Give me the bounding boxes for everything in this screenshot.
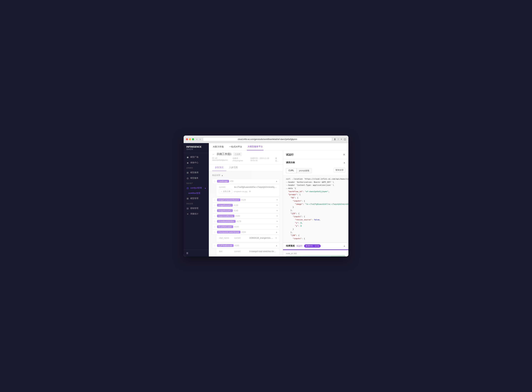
sidebar-item-comfyui[interactable]: ⊡ comfyUI管理 ▲ [184, 185, 209, 191]
results-section: 结果预览 试运行 推理时长：12.6s ▲ node_id: 202 [283, 243, 348, 257]
try-run-button[interactable]: 试运行 [296, 245, 303, 247]
logo-sub: 无问芯穹 [186, 148, 206, 150]
call-section-header[interactable]: 调用示例 ▲ [283, 159, 348, 166]
browser-chrome: ‹ › cloud.infini-ai.com/genstudio/workfl… [184, 135, 348, 143]
sidebar-item-model-square[interactable]: ◉ 模型广场 [184, 154, 209, 160]
node-grow-mask: | – GrowMaskWithBlur #178 ▾ [212, 219, 280, 224]
svg-rect-0 [301, 256, 331, 257]
workflow-title-row: ← 示例工作流1 已启用 [212, 153, 280, 156]
time-badge: 推理时长：12.6s [304, 244, 321, 247]
tab-input-range[interactable]: 入参范围 [226, 164, 240, 171]
status-badge: 已启用 [233, 153, 242, 156]
node-id-145: #145 [234, 210, 238, 212]
connector-194: | – [214, 231, 216, 233]
back-arrow[interactable]: ← [212, 153, 215, 156]
code-line-17: } [286, 228, 345, 231]
sidebar-label-finetune: 模型微调 [190, 171, 198, 174]
topnav-item-ai-platform[interactable]: 一站式AI平台 [228, 143, 243, 150]
sidebar-label-keys: 密钥管理 [190, 207, 198, 210]
call-section-title: 调用示例 [286, 161, 295, 164]
code-line-11: }, [286, 209, 345, 212]
upload-button[interactable]: ↑ 点击上传 [219, 189, 232, 193]
sidebar-item-keys[interactable]: ⊟ 密钥管理 [184, 205, 209, 211]
progress-bar [283, 249, 348, 250]
back-button[interactable]: ‹ [196, 137, 198, 141]
workflow-updated: 最近... [275, 157, 280, 162]
result-images: node_id: 202 [283, 251, 348, 257]
upload-filename: unsplash-car.jpg [234, 191, 247, 192]
download-icon[interactable]: ⬇ [334, 138, 336, 141]
call-section-chevron: ▲ [343, 161, 345, 164]
chevron-178[interactable]: ▾ [277, 220, 278, 223]
drawer-header: 试运行 ✕ [283, 150, 348, 159]
maximize-traffic-light[interactable] [192, 138, 194, 140]
chevron-195[interactable]: ▲ [276, 244, 278, 247]
chevron-166[interactable]: ▾ [277, 215, 278, 217]
chevron-56[interactable]: ▲ [276, 180, 278, 182]
call-section: 调用示例 ▲ CURL prompt参数 复制全部 [283, 159, 348, 243]
node-header-194: | – CheckpointLoaderSimple #194 ▲ [212, 230, 280, 235]
sidebar-label-usage: 用量统计 [190, 212, 198, 215]
tag-load-image: LoadImage [217, 180, 229, 182]
workflow-body: 收起全部 ▲ | – LoadImage #56 ▲ [209, 171, 283, 257]
sidebar-item-model-service[interactable]: ◎ 模型服务 [184, 175, 209, 181]
code-line-5: "workflow_id": "wf-daeo2pk6a5jjkpmn", [286, 190, 345, 193]
node-header-130: | – ImageResizeKJ #130 ▾ [212, 203, 280, 208]
node-id-178: #178 [237, 220, 241, 223]
code-line-7: "56": { [286, 196, 345, 200]
sidebar-item-usage[interactable]: ≡ 用量统计 [184, 211, 209, 217]
forward-button[interactable]: › [199, 137, 201, 141]
results-header: 结果预览 试运行 推理时长：12.6s ▲ [283, 243, 348, 249]
sidebar-label-model-square: 模型广场 [190, 156, 198, 159]
topnav-item-model-platform[interactable]: 大模型服务平台 [247, 143, 263, 150]
collapse-all-button[interactable]: 收起全部 ▲ [212, 174, 280, 177]
chevron-129[interactable]: ▾ [277, 199, 278, 201]
minimize-traffic-light[interactable] [189, 138, 191, 140]
sidebar-item-workflow[interactable]: workflow管理 [184, 191, 209, 196]
share-icon[interactable]: ↑ [338, 138, 339, 141]
code-line-1: curl --location 'https://cloud.infini-ai… [286, 177, 345, 181]
tag-checkpoint: CheckpointLoaderSimple [217, 231, 240, 233]
sidebar-toggle-icon[interactable]: ⊡ [344, 138, 346, 141]
tab-param-preview[interactable]: 参数预览 [212, 164, 226, 171]
close-traffic-light[interactable] [186, 138, 188, 140]
section-label-custom: 定制模型 [184, 165, 209, 170]
new-tab-icon[interactable]: + [341, 138, 342, 141]
sidebar-item-experience[interactable]: ◈ 体验中心 [184, 160, 209, 165]
sidebar-label-model-mgmt: 模型管理 [190, 197, 198, 200]
menu-icon[interactable]: ☰ [186, 252, 188, 254]
sidebar-item-model-mgmt[interactable]: ⊞ 模型管理 [184, 196, 209, 201]
workflow-created: 创建时间：2024-11-18 09:55:05 [250, 157, 272, 162]
code-line-19: "130": { [286, 234, 345, 237]
tag-inspyrenet: InspyrenetRembg [217, 215, 234, 217]
close-drawer-button[interactable]: ✕ [343, 153, 345, 157]
copy-all-button[interactable]: 复制全部 [334, 168, 345, 172]
drawer-tabs-row: CURL prompt参数 复制全部 [283, 166, 348, 176]
results-chevron[interactable]: ▲ [343, 245, 345, 247]
code-line-3: --header 'Content-Type: application/json… [286, 184, 345, 187]
tab-prompt-params[interactable]: prompt参数 [297, 168, 312, 173]
tab-curl[interactable]: CURL [286, 168, 297, 173]
chevron-145[interactable]: ▾ [277, 210, 278, 212]
result-image-202 [286, 255, 345, 257]
sidebar-footer: ☰ [184, 250, 209, 257]
chevron-194[interactable]: ▲ [276, 231, 278, 233]
connector-195: | – [214, 245, 216, 247]
code-line-18: }, [286, 231, 345, 234]
sidebar-label-model-service: 模型服务 [190, 177, 198, 180]
node-inspyrenet: | – InspyrenetRembg #166 ▾ [212, 214, 280, 219]
chevron-130[interactable]: ▾ [277, 204, 278, 206]
node-id-56: #56 [230, 180, 233, 182]
address-bar[interactable]: cloud.infini-ai.com/genstudio/workflow/d… [203, 137, 332, 141]
connector-166: | – [214, 215, 216, 217]
model-mgmt-icon: ⊞ [186, 197, 189, 200]
workflow-creator: 创建者：zhaoyinghao [233, 157, 247, 162]
chevron-193[interactable]: ▾ [277, 226, 278, 228]
workflow-id: ID: wf-daeo2pk6a5jjkpmn [212, 157, 229, 162]
car-scene-svg [301, 256, 331, 257]
sidebar-item-finetune[interactable]: ⊞ 模型微调 [184, 170, 209, 175]
experience-icon: ◈ [186, 161, 189, 164]
topnav-item-ai-market[interactable]: AI算力市场 [212, 143, 224, 150]
ckpt-arrow-icon[interactable]: ▾ [276, 237, 277, 239]
sidebar: INFINIGENCE 无问芯穹 ◉ 模型广场 ◈ 体验中心 定制模型 ⊞ 模型… [184, 143, 209, 257]
